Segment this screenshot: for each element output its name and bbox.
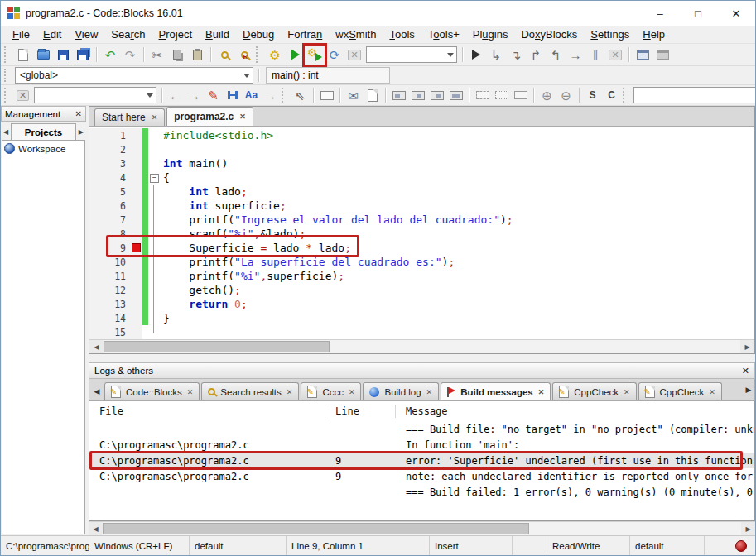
align-center-button[interactable] — [408, 87, 427, 104]
menu-wxsmith[interactable]: wxSmith — [329, 26, 383, 42]
log-tab-build-messages[interactable]: Build messages✕ — [441, 382, 551, 400]
code-line[interactable]: 15 — [89, 325, 754, 339]
gutter-marker[interactable] — [129, 156, 142, 170]
code-line[interactable]: 12 getch(); — [89, 283, 754, 297]
show-containers-button[interactable]: C — [602, 87, 621, 104]
paste-button[interactable] — [187, 46, 207, 65]
highlight-occurrences-button[interactable]: ✎ — [204, 87, 223, 104]
menu-file[interactable]: File — [6, 26, 36, 42]
gutter-marker[interactable] — [129, 199, 142, 213]
symbol-search-combo[interactable] — [633, 87, 756, 103]
scroll-left-icon[interactable]: ◀ — [89, 340, 104, 353]
logs-close-icon[interactable]: ✕ — [742, 366, 749, 376]
tabs-left-icon[interactable]: ◀ — [2, 128, 9, 136]
scroll-right-icon[interactable]: ▶ — [741, 522, 755, 535]
log-tab-search-results[interactable]: Search results✕ — [201, 382, 299, 400]
close-icon[interactable]: ✕ — [287, 388, 293, 396]
abort-build-button[interactable]: ✕ — [344, 46, 364, 65]
log-row[interactable]: === Build file: "no target" in "no proje… — [89, 421, 754, 437]
log-tab-code-blocks[interactable]: Code::Blocks✕ — [104, 382, 200, 400]
next-line-button[interactable]: ↴ — [506, 46, 526, 65]
close-icon[interactable]: ✕ — [152, 113, 158, 122]
toolbar-grip[interactable] — [282, 88, 287, 103]
gutter-marker[interactable] — [129, 311, 142, 325]
log-tab-build-log[interactable]: Build log✕ — [363, 382, 439, 400]
horizontal-splitter[interactable] — [89, 354, 755, 362]
show-sizers-button[interactable]: S — [583, 87, 602, 104]
code-line[interactable]: 11 printf("%i",superficie); — [89, 269, 754, 283]
various-info-button[interactable] — [652, 46, 672, 65]
tabs-right-icon[interactable]: ▶ — [743, 381, 754, 399]
scroll-right-icon[interactable]: ▶ — [740, 340, 754, 353]
menu-doxyblocks[interactable]: DoxyBlocks — [514, 26, 584, 42]
build-and-run-button[interactable] — [305, 46, 325, 65]
maximize-button[interactable]: □ — [679, 1, 717, 26]
close-button[interactable]: ✕ — [717, 1, 755, 26]
menu-build[interactable]: Build — [199, 26, 236, 42]
border-style-1-button[interactable] — [473, 87, 492, 104]
stop-debugger-button[interactable]: ✕ — [605, 46, 625, 65]
search-jump-button[interactable]: → — [261, 87, 280, 104]
code-line[interactable]: 10 printf("La superficie del cuadrado es… — [89, 255, 754, 269]
menu-help[interactable]: Help — [636, 26, 672, 42]
goto-next-button[interactable]: → — [185, 87, 204, 104]
incremental-search-combo[interactable] — [34, 87, 156, 103]
gutter-marker[interactable] — [129, 170, 142, 185]
clear-search-button[interactable]: ✕ — [13, 87, 32, 104]
code-line[interactable]: 8 scanf("%i",&lado); — [89, 227, 754, 241]
tab-projects[interactable]: Projects — [11, 123, 76, 140]
step-out-button[interactable]: ↰ — [546, 46, 566, 65]
log-tab-cppcheck[interactable]: CppCheck✕ — [638, 382, 722, 400]
toolbar-grip[interactable] — [256, 46, 262, 62]
gutter-marker[interactable] — [129, 269, 142, 283]
log-row[interactable]: C:\programasc\programa2.c9error: 'Superf… — [89, 453, 754, 468]
gutter-marker[interactable] — [129, 128, 142, 142]
open-file-button[interactable] — [33, 46, 53, 65]
log-row[interactable]: === Build failed: 1 error(s), 0 warning(… — [89, 484, 754, 500]
code-line[interactable]: 7 printf("Ingrese el valor del lado del … — [89, 213, 754, 227]
toolbar-grip[interactable] — [623, 88, 628, 103]
gutter-marker[interactable] — [129, 227, 142, 241]
management-close-icon[interactable]: ✕ — [75, 109, 82, 118]
break-debugger-button[interactable]: ‖ — [585, 46, 605, 65]
zoom-out-button[interactable]: ⊖ — [556, 87, 575, 104]
border-style-3-button[interactable] — [511, 87, 530, 104]
align-right-button[interactable] — [427, 87, 446, 104]
editor-tab-programa2-c[interactable]: programa2.c✕ — [166, 107, 253, 126]
goto-prev-button[interactable]: ← — [166, 87, 185, 104]
code-line[interactable]: 4{ — [89, 170, 754, 185]
gutter-marker[interactable] — [129, 142, 142, 156]
code-line[interactable]: 5 int lado; — [89, 185, 754, 199]
undo-button[interactable]: ↶ — [100, 46, 120, 65]
cut-button[interactable]: ✂ — [147, 46, 167, 65]
menu-project[interactable]: Project — [152, 26, 200, 42]
close-icon[interactable]: ✕ — [538, 388, 545, 396]
menu-plugins[interactable]: Plugins — [466, 26, 515, 42]
wxpanel-button[interactable] — [363, 87, 382, 104]
code-line[interactable]: 9 Superficie = lado * lado; — [89, 241, 754, 255]
close-icon[interactable]: ✕ — [426, 388, 433, 396]
menu-debug[interactable]: Debug — [236, 26, 281, 42]
insert-frame-button[interactable] — [317, 87, 336, 104]
step-into-button[interactable]: ↱ — [526, 46, 546, 65]
debugging-windows-button[interactable] — [633, 46, 652, 65]
menu-view[interactable]: View — [68, 26, 104, 42]
align-left-button[interactable] — [389, 87, 408, 104]
code-line[interactable]: 6 int superficie; — [89, 199, 754, 213]
gutter-marker[interactable] — [129, 283, 142, 297]
match-case-button[interactable]: Aa — [242, 87, 261, 104]
function-field[interactable]: main() : int — [266, 67, 390, 84]
pointer-tool-button[interactable]: ⇖ — [291, 87, 310, 104]
selected-text-button[interactable] — [223, 87, 242, 104]
toolbar-grip[interactable] — [4, 88, 10, 103]
menu-tools+[interactable]: Tools+ — [421, 26, 466, 42]
close-icon[interactable]: ✕ — [624, 388, 630, 396]
tabs-right-icon[interactable]: ▶ — [78, 128, 84, 136]
scope-combo[interactable]: <global> — [15, 67, 253, 84]
editor-hscrollbar[interactable]: ◀ ▶ — [89, 339, 754, 353]
build-target-combo[interactable] — [366, 46, 457, 63]
close-icon[interactable]: ✕ — [709, 388, 715, 396]
gutter-marker[interactable] — [129, 255, 142, 269]
menu-fortran[interactable]: Fortran — [281, 26, 329, 42]
code-editor[interactable]: 1#include<stdio.h>23int main()4{5 int la… — [89, 127, 754, 339]
